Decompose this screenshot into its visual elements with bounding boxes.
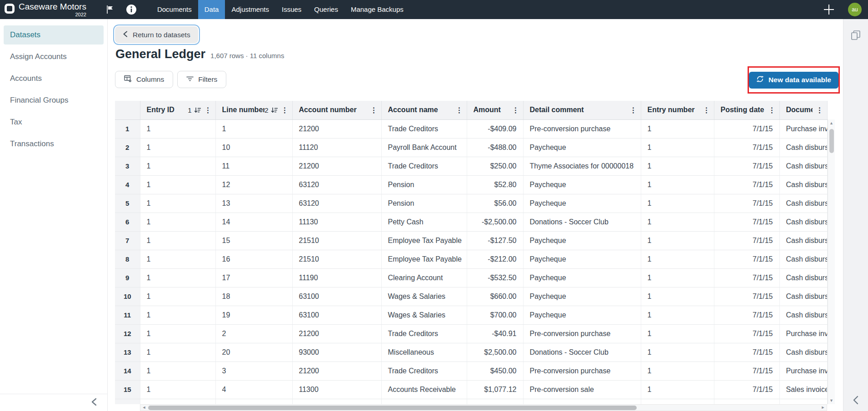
nav-tab-data[interactable]: Data	[198, 0, 225, 19]
table-cell	[381, 399, 467, 404]
column-header-label: Entry ID	[147, 106, 188, 114]
row-number: 11	[115, 306, 140, 324]
vertical-scroll-thumb[interactable]	[829, 129, 834, 153]
table-cell: 7/1/15	[714, 268, 779, 287]
scroll-right-icon[interactable]: ►	[820, 405, 826, 411]
table-cell: Purchase invoi	[779, 324, 827, 343]
columns-button-label: Columns	[136, 75, 164, 84]
column-header-detail-comment[interactable]: Detail comment⋮	[523, 101, 641, 119]
table-cell: Cash disburse	[779, 306, 827, 324]
column-header-document-type[interactable]: Document type⋮	[779, 101, 827, 119]
sidebar-item-financial-groups[interactable]: Financial Groups	[4, 91, 104, 110]
sidebar-item-tax[interactable]: Tax	[4, 113, 104, 132]
sidebar-item-datasets[interactable]: Datasets	[4, 25, 104, 45]
table-cell: 21510	[292, 231, 381, 250]
table-cell: 11190	[292, 268, 381, 287]
column-header-account-name[interactable]: Account name⋮	[381, 101, 467, 119]
table-row: 121221200Trade Creditors-$40.91Pre-conve…	[115, 324, 827, 343]
table-toolbar: Columns Filters	[115, 71, 226, 88]
table-cell: 21200	[292, 119, 381, 138]
sidebar-collapse-icon[interactable]	[91, 398, 97, 408]
table-cell: Payroll Bank Account	[381, 138, 467, 157]
back-chevron-icon	[123, 31, 128, 39]
row-number: 2	[115, 138, 140, 157]
column-header-amount[interactable]: Amount⋮	[467, 101, 523, 119]
column-header-account-number[interactable]: Account number⋮	[292, 101, 381, 119]
table-cell: Paycheque	[523, 138, 641, 157]
scroll-down-icon[interactable]: ▼	[828, 398, 835, 403]
table-cell: -$40.91	[467, 324, 523, 343]
horizontal-scroll-thumb[interactable]	[148, 406, 637, 410]
column-menu-icon[interactable]: ⋮	[456, 106, 463, 114]
sort-icon[interactable]	[194, 107, 201, 113]
sidebar-item-accounts[interactable]: Accounts	[4, 69, 104, 88]
table-cell: Pension	[381, 194, 467, 213]
nav-tab-issues[interactable]: Issues	[275, 0, 308, 19]
return-to-datasets-button[interactable]: Return to datasets	[115, 26, 198, 43]
user-avatar[interactable]: au	[848, 3, 862, 16]
caseware-logo-icon	[5, 4, 15, 14]
column-menu-icon[interactable]: ⋮	[816, 106, 823, 114]
table-cell: Wages & Salaries	[381, 306, 467, 324]
column-menu-icon[interactable]: ⋮	[630, 106, 637, 114]
table-cell: Thyme Associates for 00000018	[523, 157, 641, 175]
column-header-label: Document type	[786, 106, 813, 114]
nav-tab-adjustments[interactable]: Adjustments	[225, 0, 275, 19]
table-cell: Cash disburse	[779, 287, 827, 306]
nav-tab-queries[interactable]: Queries	[308, 0, 344, 19]
table-cell	[467, 399, 523, 404]
table-cell: 1	[215, 119, 292, 138]
table-cell: Pre-conversion purchase	[523, 119, 641, 138]
table-cell: 1	[140, 287, 215, 306]
filters-button[interactable]: Filters	[177, 71, 226, 88]
sort-icon[interactable]	[271, 107, 278, 113]
table-cell: -$409.09	[467, 119, 523, 138]
table-cell: 7/1/15	[714, 138, 779, 157]
table-row: 711521510Employee Tax Payable-$127.50Pay…	[115, 231, 827, 250]
flag-icon[interactable]	[106, 5, 114, 14]
scroll-up-icon[interactable]: ▲	[828, 121, 835, 125]
column-menu-icon[interactable]: ⋮	[205, 106, 212, 114]
table-cell: 21510	[292, 250, 381, 268]
sidebar-item-transactions[interactable]: Transactions	[4, 134, 104, 154]
column-menu-icon[interactable]: ⋮	[703, 106, 710, 114]
horizontal-scrollbar[interactable]: ◄ ►	[140, 404, 827, 411]
table-cell: 1	[140, 324, 215, 343]
column-header-label: Line number	[222, 106, 265, 114]
vertical-scrollbar[interactable]: ▲ ▼	[828, 119, 835, 404]
table-cell: -$488.00	[467, 138, 523, 157]
column-header-entry-number[interactable]: Entry number⋮	[641, 101, 714, 119]
column-menu-icon[interactable]: ⋮	[768, 106, 776, 114]
table-cell: 1	[641, 250, 714, 268]
new-data-available-button[interactable]: New data available	[749, 72, 838, 89]
column-header-posting-date[interactable]: Posting date⋮	[714, 101, 779, 119]
add-icon[interactable]	[823, 4, 835, 15]
scroll-left-icon[interactable]: ◄	[141, 405, 147, 411]
row-number: 15	[115, 380, 140, 399]
nav-tab-documents[interactable]: Documents	[151, 0, 198, 19]
table-cell: Donations - Soccer Club	[523, 213, 641, 231]
table-cell: 12	[215, 175, 292, 194]
column-menu-icon[interactable]: ⋮	[281, 106, 289, 114]
table-header-row: Entry ID1⋮Line number2⋮Account number⋮Ac…	[115, 101, 827, 119]
table-row: 311121200Trade Creditors$250.00Thyme Ass…	[115, 157, 827, 175]
columns-button[interactable]: Columns	[115, 71, 173, 88]
column-header-label: Account name	[388, 106, 452, 114]
table-cell: -$532.50	[467, 268, 523, 287]
nav-tab-manage-backups[interactable]: Manage Backups	[344, 0, 410, 19]
column-header-label: Posting date	[721, 106, 765, 114]
column-header-line-number[interactable]: Line number2⋮	[215, 101, 292, 119]
column-header-entry-id[interactable]: Entry ID1⋮	[140, 101, 215, 119]
filter-icon	[186, 75, 194, 84]
right-panel-collapse-icon[interactable]	[843, 396, 868, 405]
table-cell: 1	[641, 324, 714, 343]
table-row: 511363120Pension$56.00Paycheque17/1/15Ca…	[115, 194, 827, 213]
column-menu-icon[interactable]: ⋮	[512, 106, 519, 114]
table-cell: Purchase invoi	[779, 361, 827, 380]
sidebar-item-assign-accounts[interactable]: Assign Accounts	[4, 47, 104, 66]
documents-panel-icon[interactable]	[843, 30, 868, 41]
column-menu-icon[interactable]: ⋮	[370, 106, 378, 114]
table-cell: 18	[215, 287, 292, 306]
info-icon[interactable]	[126, 4, 137, 15]
table-cell	[140, 399, 215, 404]
